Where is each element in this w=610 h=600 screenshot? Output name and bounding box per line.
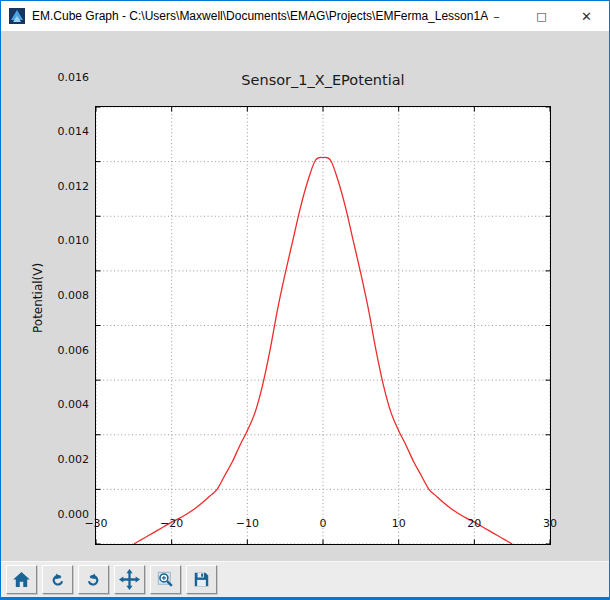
pan-button[interactable]: [114, 565, 145, 594]
home-icon: [11, 569, 32, 590]
y-tick-label: 0.012: [37, 180, 89, 193]
chart-title: Sensor_1_X_EPotential: [96, 72, 550, 88]
y-tick-label: 0.006: [37, 344, 89, 357]
maximize-button[interactable]: □: [519, 1, 564, 31]
caption-buttons: – □ ✕: [474, 1, 609, 31]
app-window: EM.Cube Graph - C:\Users\Maxwell\Documen…: [0, 0, 610, 600]
chart-svg: [96, 107, 550, 544]
x-tick-label: 30: [528, 517, 572, 530]
back-icon: [49, 571, 66, 588]
window-title: EM.Cube Graph - C:\Users\Maxwell\Documen…: [32, 9, 488, 23]
app-icon: [9, 8, 25, 24]
x-tick-label: −10: [225, 517, 269, 530]
navigation-toolbar: [1, 561, 609, 597]
x-tick-label: 20: [452, 517, 496, 530]
x-tick-label: −30: [74, 517, 118, 530]
pan-icon: [118, 568, 141, 591]
forward-button[interactable]: [78, 565, 109, 594]
y-tick-label: 0.004: [37, 398, 89, 411]
x-tick-label: −20: [150, 517, 194, 530]
zoom-button[interactable]: [150, 565, 181, 594]
plot-area[interactable]: [96, 107, 550, 544]
close-button[interactable]: ✕: [564, 1, 609, 31]
y-tick-label: 0.002: [37, 453, 89, 466]
zoom-icon: [156, 570, 175, 589]
y-tick-label: 0.016: [37, 71, 89, 84]
figure-canvas[interactable]: Sensor_1_X_EPotential 0.0000.0020.0040.0…: [1, 31, 609, 563]
y-axis-label: Potential(V): [31, 307, 45, 333]
minimize-button[interactable]: –: [474, 1, 519, 31]
y-tick-label: 0.014: [37, 125, 89, 138]
home-button[interactable]: [6, 565, 37, 594]
x-tick-label: 0: [301, 517, 345, 530]
save-button[interactable]: [186, 565, 217, 594]
forward-icon: [85, 571, 102, 588]
save-icon: [192, 570, 211, 589]
title-bar[interactable]: EM.Cube Graph - C:\Users\Maxwell\Documen…: [1, 1, 609, 31]
x-tick-label: 10: [377, 517, 421, 530]
y-tick-label: 0.010: [37, 234, 89, 247]
back-button[interactable]: [42, 565, 73, 594]
